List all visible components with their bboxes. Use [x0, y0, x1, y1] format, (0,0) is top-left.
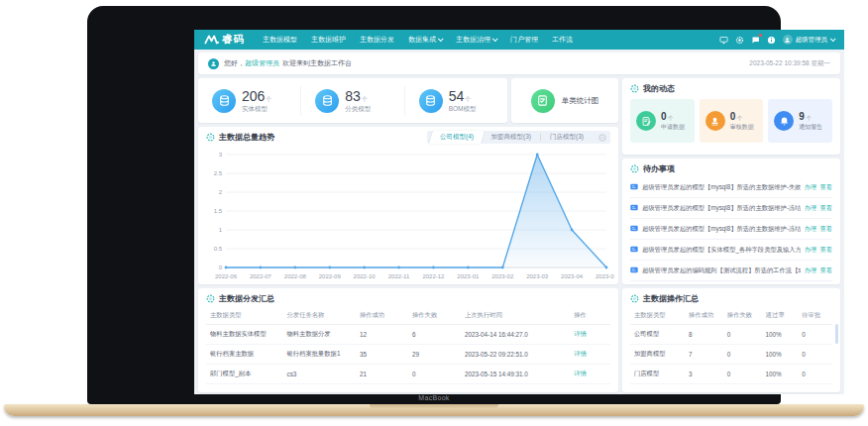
operation-table: 主数据类型操作成功操作失败通过率待审批公司模型80100%0加盟商模型70100…	[630, 307, 832, 384]
user-menu[interactable]: 超级管理员	[783, 35, 835, 45]
todo-text: 超级管理员发起的模型【mysql8】所选的主数据维护-冻结工作...	[642, 225, 801, 234]
minus-circle-icon[interactable]	[598, 134, 606, 142]
trend-tab-label: 加盟商模型(3)	[491, 133, 531, 140]
svg-text:2022-09: 2022-09	[319, 273, 342, 279]
nav-item-1[interactable]: 主数据维护	[311, 35, 346, 45]
database-icon	[212, 89, 236, 113]
chevron-down-icon	[438, 36, 444, 42]
message-icon[interactable]	[751, 36, 760, 45]
database-icon	[315, 89, 339, 113]
app-logo[interactable]: 睿码	[194, 33, 255, 47]
stat-value: 83	[345, 88, 361, 104]
todo-view-link[interactable]: 查看	[819, 266, 832, 275]
todo-actions: 办理查看	[805, 225, 832, 234]
todo-item-3[interactable]: 超级管理员发起的模型【实体模型_各种字段类型及输入方式_副...办理查看	[630, 240, 832, 261]
activity-text: 9 个通知警告	[799, 111, 822, 132]
todo-handle-link[interactable]: 办理	[805, 246, 817, 255]
nav-item-4[interactable]: 主数据治理	[456, 35, 496, 45]
todo-list: 超级管理员发起的模型【mysql8】所选的主数据维护-失效工作...办理查看超级…	[622, 177, 840, 284]
nav-item-2[interactable]: 主数据分发	[360, 35, 394, 45]
table-cell: 8	[685, 325, 723, 345]
svg-text:0: 0	[219, 265, 223, 270]
table-cell: 门店模型	[630, 365, 685, 384]
column-header: 操作失败	[723, 307, 762, 325]
todo-handle-link[interactable]: 办理	[805, 183, 817, 192]
table-cell: 100%	[762, 365, 799, 384]
svg-text:2022-07: 2022-07	[250, 273, 272, 279]
activity-item-1[interactable]: 0 个审核数据	[700, 99, 764, 143]
table-cell: 物料主数据实体模型	[206, 325, 283, 345]
svg-text:3: 3	[219, 152, 223, 158]
todo-item-0[interactable]: 超级管理员发起的模型【mysql8】所选的主数据维护-失效工作...办理查看	[630, 177, 832, 198]
todo-item-2[interactable]: 超级管理员发起的模型【mysql8】所选的主数据维护-冻结工作...办理查看	[630, 219, 832, 240]
activity-title: 我的动态	[643, 83, 675, 94]
section-ring-icon	[206, 294, 215, 304]
todo-handle-link[interactable]: 办理	[805, 266, 817, 275]
section-ring-icon	[206, 133, 215, 143]
single-chart-card[interactable]: 单类统计图	[511, 78, 618, 123]
trend-tab-0[interactable]: 公司模型(4)	[429, 131, 485, 144]
stamp-icon	[705, 111, 725, 131]
todo-view-link[interactable]: 查看	[819, 246, 832, 255]
trend-tab-1[interactable]: 加盟商模型(3)	[483, 131, 540, 144]
scrollbar-thumb[interactable]	[835, 324, 838, 344]
table-cell: 29	[408, 345, 461, 365]
stat-label: 实体模型	[242, 105, 271, 114]
table-cell: 3	[685, 365, 723, 384]
stat-item-1[interactable]: 83个分类模型	[300, 86, 403, 116]
activity-stats: 0 个申请数据0 个审核数据9 个通知警告	[622, 97, 840, 143]
svg-text:2022-10: 2022-10	[354, 273, 377, 279]
svg-text:2022-08: 2022-08	[284, 273, 307, 279]
detail-link[interactable]: 详情	[574, 370, 587, 376]
todo-view-link[interactable]: 查看	[819, 225, 832, 234]
trend-tab-2[interactable]: 门店模型(3)	[541, 131, 593, 144]
svg-text:2022-12: 2022-12	[422, 273, 445, 279]
monitor-icon[interactable]	[719, 36, 728, 45]
column-header: 操作失败	[408, 307, 461, 325]
detail-link[interactable]: 详情	[574, 330, 587, 337]
operation-header: 主数据操作汇总	[622, 288, 840, 307]
svg-text:2023-04: 2023-04	[561, 273, 584, 279]
todo-item-4[interactable]: 超级管理员发起的编码规则【测试流程】所选的工作流【sz-编码...办理查看	[630, 261, 832, 281]
distribution-title: 主数据分发汇总	[219, 293, 274, 304]
stat-item-2[interactable]: 54个BOM模型	[404, 86, 507, 116]
todo-view-link[interactable]: 查看	[819, 204, 832, 213]
activity-item-0[interactable]: 0 个申请数据	[630, 99, 695, 143]
todo-view-link[interactable]: 查看	[819, 183, 832, 192]
detail-link[interactable]: 详情	[574, 350, 587, 357]
nav-item-5[interactable]: 门户管理	[510, 35, 538, 45]
nav-item-3[interactable]: 数据集成	[408, 35, 442, 45]
nav-item-label: 主数据分发	[360, 35, 394, 45]
info-icon[interactable]	[767, 36, 776, 45]
todo-item-1[interactable]: 超级管理员发起的模型【mysql8】所选的主数据维护-冻结工作...办理查看	[630, 198, 832, 219]
nav-item-0[interactable]: 主数据模型	[263, 35, 297, 45]
todo-handle-link[interactable]: 办理	[805, 204, 817, 213]
bell-icon	[774, 111, 794, 131]
nav-item-6[interactable]: 工作流	[552, 35, 573, 45]
table-cell: 0	[723, 325, 762, 345]
svg-text:2: 2	[219, 189, 223, 195]
macbook-base	[4, 404, 864, 416]
greeting-prefix: 您好，	[224, 58, 245, 68]
activity-header: 我的动态	[622, 78, 840, 97]
table-cell: 6	[408, 325, 461, 345]
trend-tab-label: 门店模型(3)	[550, 133, 584, 140]
svg-text:2022-11: 2022-11	[388, 273, 410, 279]
table-cell: 12	[356, 325, 408, 345]
trend-chart-card: 主数据总量趋势 公司模型(4)加盟商模型(3)门店模型(3) 00.511.52…	[198, 127, 618, 284]
table-cell: 详情	[570, 365, 610, 384]
table-cell: 0	[798, 345, 832, 365]
stat-text: 206个实体模型	[242, 88, 271, 114]
activity-item-2[interactable]: 9 个通知警告	[768, 99, 832, 143]
stat-item-0[interactable]: 206个实体模型	[198, 86, 300, 116]
todo-item-5[interactable]: 超级管理员发起的编码规则【测试规则】所选的工作流【sz-编码...办理查看	[630, 281, 832, 284]
table-cell: 0	[408, 365, 461, 384]
activity-text: 0 个审核数据	[730, 111, 754, 132]
section-ring-icon	[630, 164, 639, 174]
table-header-row: 主数据类型分发任务名称操作成功操作失败上次执行时间操作	[206, 307, 610, 325]
greeting-username[interactable]: 超级管理员	[245, 58, 279, 68]
distribution-table: 主数据类型分发任务名称操作成功操作失败上次执行时间操作物料主数据实体模型物料主数…	[206, 307, 610, 384]
todo-handle-link[interactable]: 办理	[805, 225, 817, 234]
gear-icon[interactable]	[735, 36, 744, 45]
section-ring-icon	[630, 294, 639, 304]
